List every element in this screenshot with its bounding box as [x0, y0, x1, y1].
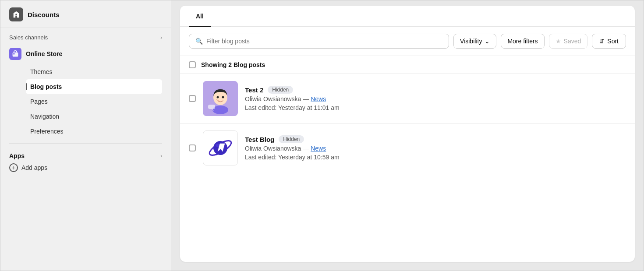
sidebar-item-blog-posts[interactable]: Blog posts [26, 79, 162, 94]
select-all-checkbox[interactable] [189, 61, 196, 68]
tabs-bar: All [180, 6, 635, 27]
saved-label: Saved [564, 38, 581, 45]
sidebar-item-pages[interactable]: Pages [26, 94, 162, 109]
blog-post-row-2[interactable]: Test Blog Hidden Oliwia Owsianowska — Ne… [180, 123, 635, 172]
add-apps-item[interactable]: + Add apps [9, 159, 162, 176]
svg-rect-1 [13, 53, 18, 57]
post-2-dash: — [303, 145, 311, 152]
post-2-checkbox[interactable] [189, 144, 196, 151]
post-2-title-row: Test Blog Hidden [245, 135, 626, 143]
sort-button[interactable]: ⇵ Sort [592, 34, 626, 49]
sales-channels-title: Sales channels [9, 34, 48, 41]
post-1-blog-link[interactable]: News [311, 95, 326, 102]
discounts-label: Discounts [28, 11, 60, 18]
sidebar-item-preferences[interactable]: Preferences [26, 124, 162, 139]
preferences-label: Preferences [30, 128, 63, 135]
post-2-edited: Last edited: Yesterday at 10:59 am [245, 154, 626, 161]
post-1-edited: Last edited: Yesterday at 11:01 am [245, 104, 626, 111]
main-content: All 🔍 Visibility ⌄ More filters ★ Saved … [171, 0, 644, 271]
more-filters-label: More filters [507, 38, 538, 45]
svg-point-9 [218, 100, 219, 101]
star-icon: ★ [556, 38, 561, 45]
apps-section: Apps › + Add apps [0, 148, 171, 180]
search-icon: 🔍 [195, 38, 203, 45]
sort-icon: ⇵ [599, 38, 605, 45]
tab-all[interactable]: All [189, 6, 211, 27]
svg-rect-10 [208, 105, 215, 109]
post-1-title-row: Test 2 Hidden [245, 86, 626, 94]
sidebar: Discounts Sales channels › Online Store … [0, 0, 171, 271]
visibility-button[interactable]: Visibility ⌄ [453, 34, 496, 49]
pages-label: Pages [30, 98, 48, 105]
post-2-info: Test Blog Hidden Oliwia Owsianowska — Ne… [245, 135, 626, 161]
post-1-status-badge: Hidden [268, 86, 293, 94]
discounts-icon [9, 7, 23, 21]
post-2-author-name: Oliwia Owsianowska [245, 145, 301, 152]
saved-button[interactable]: ★ Saved [549, 34, 588, 49]
sidebar-divider [9, 143, 162, 144]
navigation-label: Navigation [30, 113, 59, 120]
sort-label: Sort [607, 38, 619, 45]
sidebar-item-navigation[interactable]: Navigation [26, 109, 162, 124]
post-2-status-badge: Hidden [279, 135, 304, 143]
tab-all-label: All [196, 13, 204, 20]
content-card: All 🔍 Visibility ⌄ More filters ★ Saved … [180, 6, 635, 262]
svg-point-7 [222, 96, 224, 99]
online-store-label: Online Store [26, 50, 62, 57]
more-filters-button[interactable]: More filters [501, 34, 544, 49]
post-1-dash: — [303, 95, 311, 102]
filter-bar: 🔍 Visibility ⌄ More filters ★ Saved ⇵ So… [180, 27, 635, 56]
blog-post-row[interactable]: Test 2 Hidden Oliwia Owsianowska — News … [180, 74, 635, 123]
post-2-title: Test Blog [245, 136, 274, 143]
post-1-author: Oliwia Owsianowska — News [245, 95, 626, 102]
online-store-icon [9, 48, 21, 60]
post-2-author: Oliwia Owsianowska — News [245, 145, 626, 152]
search-input[interactable] [206, 38, 442, 45]
blog-posts-label: Blog posts [30, 83, 62, 90]
svg-point-8 [216, 99, 217, 100]
post-2-blog-link[interactable]: News [311, 145, 326, 152]
post-1-thumbnail [203, 81, 238, 116]
post-2-thumbnail [203, 130, 238, 165]
themes-label: Themes [30, 68, 53, 75]
apps-header[interactable]: Apps › [9, 152, 162, 159]
online-store-item[interactable]: Online Store [0, 43, 171, 64]
showing-row: Showing 2 Blog posts [180, 56, 635, 74]
showing-text: Showing 2 Blog posts [201, 61, 265, 68]
add-apps-label: Add apps [21, 164, 47, 171]
svg-point-6 [217, 96, 219, 99]
post-1-info: Test 2 Hidden Oliwia Owsianowska — News … [245, 86, 626, 111]
search-input-wrap[interactable]: 🔍 [189, 34, 449, 49]
apps-title: Apps [9, 152, 25, 159]
apps-chevron-right-icon: › [160, 153, 162, 159]
sidebar-item-themes[interactable]: Themes [26, 64, 162, 79]
post-1-title: Test 2 [245, 86, 263, 94]
svg-rect-2 [13, 53, 14, 54]
chevron-right-icon: › [160, 35, 162, 41]
visibility-chevron-icon: ⌄ [485, 38, 490, 45]
sidebar-sales-channels-section: Sales channels › [0, 28, 171, 43]
sub-nav: Themes Blog posts Pages Navigation Prefe… [0, 64, 171, 139]
sales-channels-header[interactable]: Sales channels › [9, 34, 162, 41]
visibility-label: Visibility [460, 38, 482, 45]
sidebar-discounts[interactable]: Discounts [0, 0, 171, 28]
post-1-checkbox[interactable] [189, 95, 196, 102]
add-circle-icon: + [9, 163, 18, 172]
post-1-author-name: Oliwia Owsianowska [245, 95, 301, 102]
svg-point-0 [15, 14, 17, 15]
